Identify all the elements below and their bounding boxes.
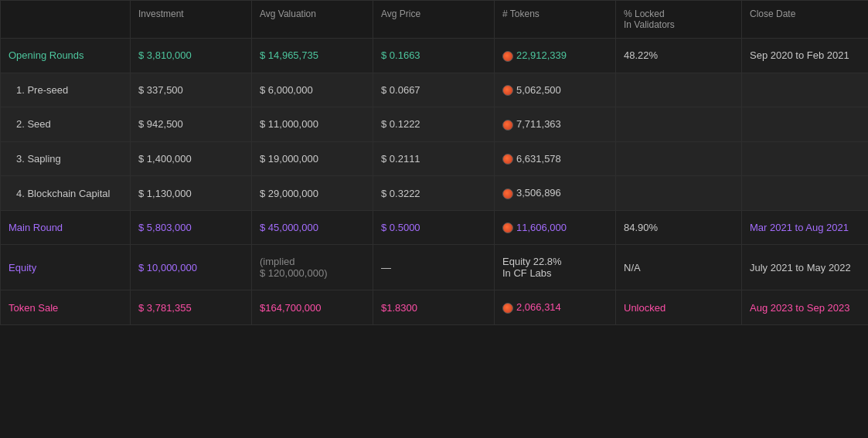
- row-avg-price: $ 0.0667: [373, 73, 495, 107]
- row-tokens: 2,066,314: [495, 290, 616, 325]
- row-investment: $ 1,130,000: [131, 176, 252, 211]
- row-close-date: July 2021 to May 2022: [742, 245, 869, 290]
- investment-table: Investment Avg Valuation Avg Price # Tok…: [0, 0, 868, 325]
- token-icon: [502, 51, 513, 62]
- row-tokens: 6,631,578: [495, 141, 616, 176]
- row-close-date: Sep 2020 to Feb 2021: [742, 39, 869, 73]
- row-tokens: 3,506,896: [495, 176, 616, 211]
- header-close-date: Close Date: [742, 1, 869, 39]
- row-avg-price: $ 0.3222: [373, 176, 495, 211]
- row-locked: 84.90%: [616, 210, 742, 245]
- row-avg-price: $ 0.5000: [373, 210, 495, 245]
- row-label: 4. Blockchain Capital: [1, 176, 131, 211]
- row-avg-price: $ 0.2111: [373, 141, 495, 176]
- table-row: Equity$ 10,000,000(implied $ 120,000,000…: [1, 245, 869, 290]
- token-icon: [502, 188, 513, 199]
- row-avg-price: $ 0.1663: [373, 39, 495, 73]
- table-row: 2. Seed$ 942,500$ 11,000,000$ 0.12227,71…: [1, 107, 869, 142]
- row-tokens: Equity 22.8% In CF Labs: [495, 245, 616, 290]
- row-investment: $ 3,781,355: [131, 290, 252, 325]
- row-close-date: Mar 2021 to Aug 2021: [742, 210, 869, 245]
- row-investment: $ 1,400,000: [131, 141, 252, 176]
- table-row: Opening Rounds$ 3,810,000$ 14,965,735$ 0…: [1, 39, 869, 73]
- row-avg-valuation: $ 19,000,000: [252, 141, 373, 176]
- row-close-date: Aug 2023 to Sep 2023: [742, 290, 869, 325]
- row-investment: $ 3,810,000: [131, 39, 252, 73]
- row-label: Token Sale: [1, 290, 131, 325]
- token-icon: [502, 222, 513, 233]
- row-tokens: 11,606,000: [495, 210, 616, 245]
- row-avg-valuation: $ 45,000,000: [252, 210, 373, 245]
- row-label: Opening Rounds: [1, 39, 131, 73]
- row-avg-price: $ 0.1222: [373, 107, 495, 142]
- row-investment: $ 10,000,000: [131, 245, 252, 290]
- row-locked: N/A: [616, 245, 742, 290]
- row-tokens: 5,062,500: [495, 73, 616, 107]
- row-locked: [616, 107, 742, 142]
- row-avg-valuation: $ 29,000,000: [252, 176, 373, 211]
- token-icon: [502, 303, 513, 314]
- header-locked: % Locked In Validators: [616, 1, 742, 39]
- row-avg-valuation: $ 14,965,735: [252, 39, 373, 73]
- row-tokens: 7,711,363: [495, 107, 616, 142]
- row-label: 3. Sapling: [1, 141, 131, 176]
- table-row: 4. Blockchain Capital$ 1,130,000$ 29,000…: [1, 176, 869, 211]
- row-locked: [616, 73, 742, 107]
- row-investment: $ 337,500: [131, 73, 252, 107]
- token-icon: [502, 120, 513, 131]
- table-row: 1. Pre-seed$ 337,500$ 6,000,000$ 0.06675…: [1, 73, 869, 107]
- row-locked: 48.22%: [616, 39, 742, 73]
- row-locked: [616, 141, 742, 176]
- row-close-date: [742, 176, 869, 211]
- row-locked: [616, 176, 742, 211]
- token-icon: [502, 154, 513, 165]
- row-locked: Unlocked: [616, 290, 742, 325]
- header-tokens: # Tokens: [495, 1, 616, 39]
- header-avg-valuation: Avg Valuation: [252, 1, 373, 39]
- row-label: Equity: [1, 245, 131, 290]
- row-avg-valuation: $ 6,000,000: [252, 73, 373, 107]
- table-row: Main Round$ 5,803,000$ 45,000,000$ 0.500…: [1, 210, 869, 245]
- token-icon: [502, 85, 513, 96]
- table-row: 3. Sapling$ 1,400,000$ 19,000,000$ 0.211…: [1, 141, 869, 176]
- row-label: 1. Pre-seed: [1, 73, 131, 107]
- row-close-date: [742, 73, 869, 107]
- table-row: Token Sale$ 3,781,355$164,700,000$1.8300…: [1, 290, 869, 325]
- row-avg-valuation: (implied $ 120,000,000): [252, 245, 373, 290]
- table-header-row: Investment Avg Valuation Avg Price # Tok…: [1, 1, 869, 39]
- row-avg-price: —: [373, 245, 495, 290]
- header-name: [1, 1, 131, 39]
- row-close-date: [742, 107, 869, 142]
- row-investment: $ 942,500: [131, 107, 252, 142]
- header-investment: Investment: [131, 1, 252, 39]
- row-investment: $ 5,803,000: [131, 210, 252, 245]
- row-avg-price: $1.8300: [373, 290, 495, 325]
- row-label: Main Round: [1, 210, 131, 245]
- row-avg-valuation: $164,700,000: [252, 290, 373, 325]
- row-tokens: 22,912,339: [495, 39, 616, 73]
- row-label: 2. Seed: [1, 107, 131, 142]
- row-avg-valuation: $ 11,000,000: [252, 107, 373, 142]
- row-close-date: [742, 141, 869, 176]
- header-avg-price: Avg Price: [373, 1, 495, 39]
